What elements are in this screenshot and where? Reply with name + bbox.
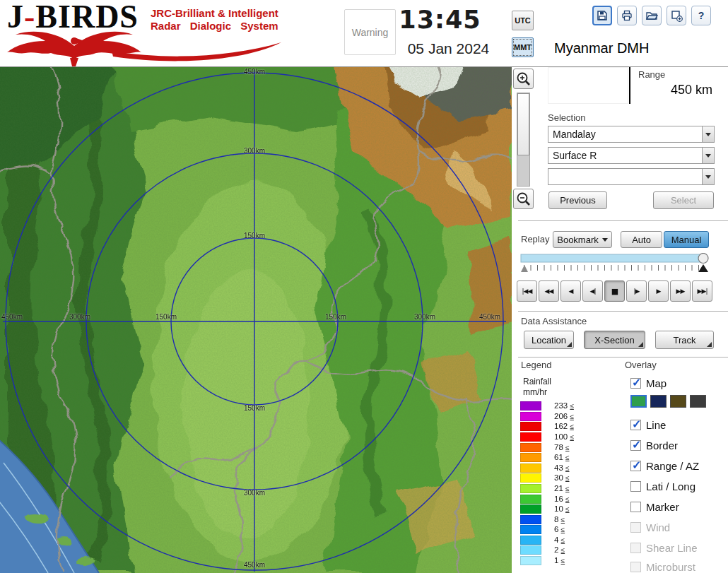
legend-color-swatch xyxy=(520,536,541,545)
legend-color-swatch xyxy=(520,453,541,462)
range-ring-label: 150km xyxy=(239,404,270,412)
logo-subtitle-1: JRC-Brilliant & Intelligent xyxy=(151,7,278,19)
track-button[interactable]: Track xyxy=(655,331,714,349)
extra-dropdown-value xyxy=(548,172,702,182)
product-dropdown[interactable]: Surface R xyxy=(548,147,715,164)
legend-color-swatch xyxy=(520,463,541,473)
legend-row: 1 ≤ xyxy=(520,555,612,565)
dropdown-arrow-icon[interactable] xyxy=(702,169,714,184)
legend-color-swatch xyxy=(520,545,541,555)
range-ring-label: 150km xyxy=(239,232,270,240)
map-checkbox[interactable] xyxy=(630,378,641,389)
overlay-row-shear-line: Shear Line xyxy=(630,540,698,555)
range-ring-label: 300km xyxy=(239,489,270,497)
divider xyxy=(518,357,728,358)
replay-timeline-slider[interactable] xyxy=(519,253,712,274)
radar-map-area[interactable]: 450km 300km 150km 150km 300km 450km 450k… xyxy=(0,67,512,573)
site-dropdown-value: Mandalay xyxy=(548,129,702,140)
legend-row: 100 ≤ xyxy=(520,432,612,442)
range-ring-label: 150km xyxy=(155,313,177,321)
step-forward-button[interactable]: |▶ xyxy=(626,280,647,302)
manual-button[interactable]: Manual xyxy=(664,231,709,248)
toolbar: ? xyxy=(592,6,711,25)
shear-line-checkbox[interactable] xyxy=(630,543,641,553)
range-ring-label: 450km xyxy=(239,68,270,76)
select-button[interactable]: Select xyxy=(653,191,714,209)
previous-button[interactable]: Previous xyxy=(548,191,607,209)
selection-label: Selection xyxy=(548,112,585,123)
microburst-checkbox[interactable] xyxy=(630,562,641,572)
fast-forward-button[interactable]: ▶▶ xyxy=(670,280,691,302)
x-section-button[interactable]: X-Section xyxy=(584,331,645,349)
legend-color-swatch xyxy=(520,443,541,452)
legend-row: 30 ≤ xyxy=(520,473,612,483)
legend-row: 233 ≤ xyxy=(520,401,612,410)
x-section-button-label: X-Section xyxy=(594,335,634,345)
zoom-slider[interactable] xyxy=(517,93,530,187)
legend-row: 6 ≤ xyxy=(520,524,612,534)
bookmark-button[interactable]: Bookmark xyxy=(553,231,612,248)
print-icon[interactable] xyxy=(617,6,637,25)
legend-color-swatch xyxy=(520,412,541,421)
corner-more-icon xyxy=(707,342,712,347)
divider xyxy=(518,220,728,221)
map-style-swatches xyxy=(630,395,706,408)
legend-row: 21 ≤ xyxy=(520,483,612,493)
lati-long-checkbox[interactable] xyxy=(630,481,641,492)
range-az-checkbox[interactable] xyxy=(630,461,641,471)
corner-more-icon xyxy=(638,342,643,347)
map-style-olive-swatch[interactable] xyxy=(670,395,686,408)
legend-color-swatch xyxy=(520,422,541,431)
zoom-in-icon[interactable] xyxy=(513,69,534,89)
help-icon[interactable]: ? xyxy=(691,6,711,25)
legend-row: 162 ≤ xyxy=(520,421,612,431)
wind-checkbox[interactable] xyxy=(630,522,641,533)
fast-rewind-button[interactable]: ◀◀ xyxy=(539,280,559,302)
overlay-row-marker: Marker xyxy=(630,500,679,514)
utc-button[interactable]: UTC xyxy=(512,11,534,30)
zoom-out-icon[interactable] xyxy=(513,189,534,209)
site-dropdown[interactable]: Mandalay xyxy=(548,126,715,143)
divider xyxy=(518,311,728,312)
overlay-item-label: Border xyxy=(646,439,678,451)
legend-color-swatch xyxy=(520,556,541,565)
play-button[interactable]: ▶ xyxy=(648,280,669,302)
stop-button[interactable]: ■ xyxy=(604,280,625,302)
zoom-slider-thumb[interactable] xyxy=(517,93,529,155)
legend-row: 16 ≤ xyxy=(520,494,612,504)
product-dropdown-value: Surface R xyxy=(548,150,702,161)
map-style-navy-swatch[interactable] xyxy=(650,395,667,408)
map-style-dark-swatch[interactable] xyxy=(690,395,706,408)
location-button[interactable]: Location xyxy=(524,331,574,349)
dropdown-arrow-icon[interactable] xyxy=(702,126,714,142)
skip-to-end-button[interactable]: ▶▶| xyxy=(692,280,712,302)
replay-label: Replay xyxy=(521,234,549,244)
range-ring-label: 450km xyxy=(479,313,500,321)
play-reverse-button[interactable]: ◀ xyxy=(560,280,581,302)
svg-text:?: ? xyxy=(698,10,705,21)
extra-dropdown[interactable] xyxy=(548,168,715,185)
range-label: Range xyxy=(638,69,665,80)
auto-button[interactable]: Auto xyxy=(621,231,662,248)
clock-date: 05 Jan 2024 xyxy=(390,40,507,57)
media-controls: |◀◀ ◀◀ ◀ ◀| ■ |▶ ▶ ▶▶ ▶▶| xyxy=(517,280,713,302)
overlay-row-border: Border xyxy=(630,438,678,452)
warning-indicator[interactable]: Warning xyxy=(344,9,396,55)
marker-checkbox[interactable] xyxy=(630,502,641,512)
step-back-button[interactable]: ◀| xyxy=(582,280,603,302)
header-bar: J-BIRDS JRC-Brilliant & Intelligent Rada… xyxy=(0,0,728,67)
border-checkbox[interactable] xyxy=(630,440,641,451)
range-ring-label: 300km xyxy=(69,313,90,321)
export-icon[interactable] xyxy=(667,6,686,25)
map-style-green-swatch[interactable] xyxy=(630,395,647,408)
dropdown-arrow-icon[interactable] xyxy=(702,148,714,163)
skip-to-start-button[interactable]: |◀◀ xyxy=(517,280,537,302)
save-icon[interactable] xyxy=(592,6,612,25)
mmt-button[interactable]: MMT xyxy=(512,37,534,57)
open-folder-icon[interactable] xyxy=(642,6,662,25)
legend-color-swatch xyxy=(520,504,541,514)
line-checkbox[interactable] xyxy=(630,420,641,430)
legend-row: 4 ≤ xyxy=(520,535,612,545)
range-ring-label: 450km xyxy=(239,561,270,569)
range-ring-label: 450km xyxy=(1,313,23,321)
